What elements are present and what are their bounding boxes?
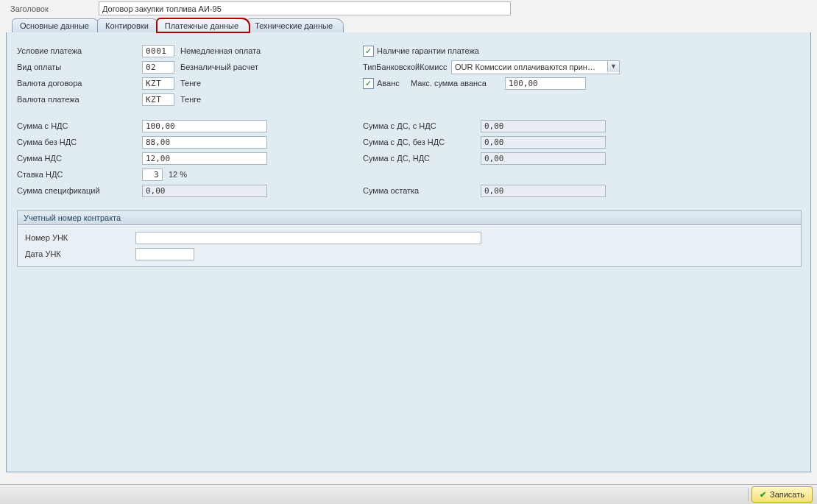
unk-number-label: Номер УНК [25,233,135,242]
chevron-down-icon: ▼ [607,61,619,72]
bank-commission-label: ТипБанковскойКомисс [363,63,451,71]
sum-without-vat-input[interactable] [142,136,267,149]
advance-checkbox[interactable]: ✓ [363,78,374,89]
contract-registration-group: Учетный номер контракта Номер УНК Дата У… [17,210,802,267]
payment-condition-input[interactable] [142,45,174,57]
save-button-label: Записать [770,490,804,499]
sum-specs-label: Сумма спецификаций [17,186,142,195]
guarantee-checkbox[interactable]: ✓ [363,46,374,57]
ds-vat-label: Сумма с ДС, НДС [363,154,481,163]
header-label: Заголовок [10,4,99,13]
bank-commission-select[interactable]: OUR Комиссии оплачиваются прин… ▼ [451,60,620,74]
tab-panel-payment-data: Условие платежа Немедленная оплата Вид о… [6,32,811,472]
contract-currency-input[interactable] [142,77,174,90]
sum-specs-input [142,185,267,197]
bank-commission-value: OUR Комиссии оплачиваются прин… [455,63,595,71]
max-advance-label: Макс. сумма аванса [411,79,505,88]
footer-toolbar: ✔ Записать [0,484,817,504]
guarantee-label: Наличие гарантии платежа [377,46,479,55]
sum-with-vat-input[interactable] [142,120,267,132]
tab-payment-data[interactable]: Платежные данные [157,18,250,32]
unk-date-input[interactable] [135,248,194,260]
vat-rate-label: Ставка НДС [17,170,142,179]
max-advance-input[interactable] [505,77,586,90]
save-button[interactable]: ✔ Записать [751,486,813,503]
ds-without-vat-label: Сумма с ДС, без НДС [363,138,481,146]
group-title: Учетный номер контракта [18,211,801,225]
ds-vat-input [481,152,606,165]
payment-currency-label: Валюта платежа [17,95,142,104]
payment-type-input[interactable] [142,61,174,74]
payment-currency-input[interactable] [142,93,174,106]
tab-strip: Основные данные Контировки Платежные дан… [0,18,817,32]
balance-label: Сумма остатка [363,186,481,195]
tab-main-data[interactable]: Основные данные [12,18,100,32]
payment-currency-text: Тенге [180,95,201,104]
balance-input [481,185,606,197]
tab-account-assignments[interactable]: Контировки [97,18,160,32]
contract-currency-text: Тенге [180,79,201,88]
advance-label: Аванс [377,79,411,88]
unk-date-label: Дата УНК [25,249,135,258]
separator [748,488,749,501]
header-title-input[interactable] [99,1,511,15]
payment-condition-label: Условие платежа [17,46,142,55]
payment-type-text: Безналичный расчет [180,63,258,71]
vat-rate-text: 12 % [169,170,187,179]
sum-vat-input[interactable] [142,152,267,165]
unk-number-input[interactable] [135,232,481,244]
tab-technical-data[interactable]: Технические данные [247,18,344,32]
sum-without-vat-label: Сумма без НДС [17,138,142,146]
payment-condition-text: Немедленная оплата [180,46,261,55]
payment-type-label: Вид оплаты [17,63,142,71]
vat-rate-input[interactable] [142,168,163,181]
sum-vat-label: Сумма НДС [17,154,142,163]
contract-currency-label: Валюта договора [17,79,142,88]
sum-with-vat-label: Сумма с НДС [17,121,142,130]
ds-with-vat-input [481,120,606,132]
check-icon: ✔ [760,490,766,500]
ds-with-vat-label: Сумма с ДС, с НДС [363,121,481,130]
ds-without-vat-input [481,136,606,149]
